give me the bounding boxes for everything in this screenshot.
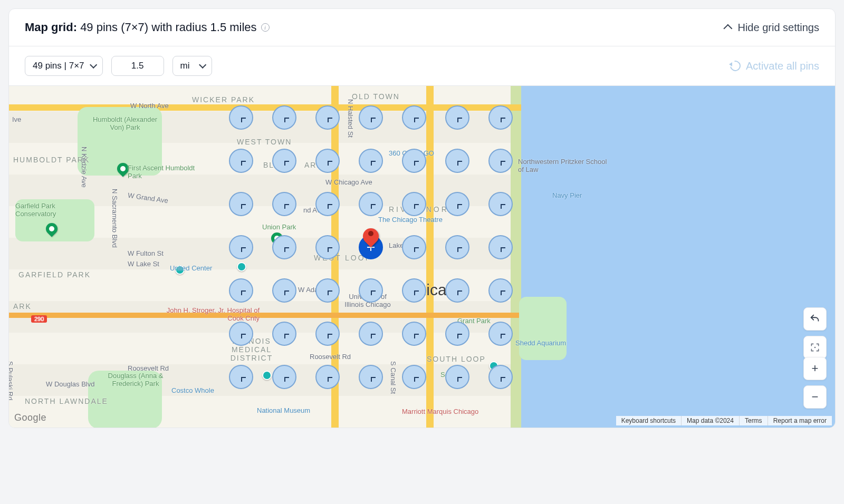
toggle-grid-settings-button[interactable]: Hide grid settings xyxy=(726,22,819,34)
chevron-down-icon xyxy=(199,61,207,69)
grid-pin[interactable] xyxy=(315,365,340,389)
minus-icon: − xyxy=(812,390,819,404)
map-undo-button[interactable] xyxy=(803,307,827,331)
grid-pin[interactable] xyxy=(272,235,296,259)
grid-pin[interactable] xyxy=(272,105,296,130)
center-marker[interactable] xyxy=(363,228,379,244)
grid-pin[interactable] xyxy=(229,278,253,303)
svg-point-0 xyxy=(814,347,816,348)
grid-pin[interactable] xyxy=(229,192,253,216)
grid-pin[interactable] xyxy=(359,192,383,216)
grid-pin[interactable] xyxy=(229,365,253,389)
map-data-label: Map data ©2024 xyxy=(681,416,739,425)
grid-pin[interactable] xyxy=(359,149,383,173)
grid-pin[interactable] xyxy=(315,235,340,259)
grid-pin[interactable] xyxy=(272,278,296,303)
grid-pin[interactable] xyxy=(402,149,426,173)
radius-input[interactable]: 1.5 xyxy=(111,56,164,76)
toggle-label: Hide grid settings xyxy=(737,22,819,34)
grid-pin[interactable] xyxy=(488,322,513,346)
grid-pin[interactable] xyxy=(272,322,296,346)
panel-title: Map grid: 49 pins (7×7) with radius 1.5 … xyxy=(25,21,270,34)
zoom-in-button[interactable]: + xyxy=(803,357,827,380)
grid-pin[interactable] xyxy=(315,149,340,173)
grid-pins-layer xyxy=(9,86,835,428)
settings-row: 49 pins | 7×7 1.5 mi Activate all pins xyxy=(9,46,835,86)
grid-pin[interactable] xyxy=(445,149,469,173)
grid-pin[interactable] xyxy=(402,365,426,389)
grid-pin[interactable] xyxy=(445,235,469,259)
grid-pin[interactable] xyxy=(488,235,513,259)
grid-pin[interactable] xyxy=(488,149,513,173)
map-recenter-button[interactable] xyxy=(803,336,827,359)
grid-pin[interactable] xyxy=(229,105,253,130)
grid-pin[interactable] xyxy=(359,105,383,130)
grid-pin[interactable] xyxy=(359,322,383,346)
plus-icon: + xyxy=(812,362,819,375)
grid-pin[interactable] xyxy=(315,322,340,346)
unit-select[interactable]: mi xyxy=(172,56,213,76)
undo-icon xyxy=(809,313,821,325)
grid-pin[interactable] xyxy=(229,149,253,173)
chevron-up-icon xyxy=(724,24,733,33)
grid-pin[interactable] xyxy=(402,278,426,303)
pins-select[interactable]: 49 pins | 7×7 xyxy=(25,56,103,76)
grid-pin[interactable] xyxy=(445,278,469,303)
info-icon[interactable]: i xyxy=(261,23,270,32)
undo-icon xyxy=(730,61,741,71)
grid-pin[interactable] xyxy=(359,278,383,303)
grid-pin[interactable] xyxy=(402,105,426,130)
grid-pin[interactable] xyxy=(315,192,340,216)
grid-pin[interactable] xyxy=(402,235,426,259)
radius-value: 1.5 xyxy=(131,61,144,71)
grid-pin[interactable] xyxy=(445,322,469,346)
report-error-link[interactable]: Report a map error xyxy=(768,416,832,425)
grid-pin[interactable] xyxy=(272,192,296,216)
grid-pin[interactable] xyxy=(402,192,426,216)
unit-value: mi xyxy=(180,61,190,71)
title-label: Map grid: xyxy=(25,21,77,34)
activate-label: Activate all pins xyxy=(746,60,819,72)
grid-pin[interactable] xyxy=(315,105,340,130)
terms-link[interactable]: Terms xyxy=(739,416,768,425)
grid-pin[interactable] xyxy=(445,105,469,130)
header-row: Map grid: 49 pins (7×7) with radius 1.5 … xyxy=(9,9,835,46)
grid-pin[interactable] xyxy=(488,278,513,303)
grid-pin[interactable] xyxy=(445,192,469,216)
grid-pin[interactable] xyxy=(445,365,469,389)
zoom-out-button[interactable]: − xyxy=(803,385,827,409)
chevron-down-icon xyxy=(90,61,97,69)
grid-pin[interactable] xyxy=(488,105,513,130)
grid-pin[interactable] xyxy=(315,278,340,303)
map-attribution: Keyboard shortcuts Map data ©2024 Terms … xyxy=(616,416,832,425)
grid-pin[interactable] xyxy=(229,322,253,346)
grid-pin[interactable] xyxy=(229,235,253,259)
pins-select-value: 49 pins | 7×7 xyxy=(33,61,84,71)
map-controls-upper xyxy=(803,307,827,359)
grid-pin[interactable] xyxy=(272,149,296,173)
keyboard-shortcuts-link[interactable]: Keyboard shortcuts xyxy=(616,416,681,425)
grid-pin[interactable] xyxy=(488,365,513,389)
grid-pin[interactable] xyxy=(402,322,426,346)
grid-pin[interactable] xyxy=(359,365,383,389)
title-detail: 49 pins (7×7) with radius 1.5 miles xyxy=(80,21,256,34)
grid-pin[interactable] xyxy=(488,192,513,216)
map-zoom-controls: + − xyxy=(803,357,827,409)
grid-pin[interactable] xyxy=(272,365,296,389)
activate-all-pins-button[interactable]: Activate all pins xyxy=(730,60,819,72)
recenter-icon xyxy=(810,342,820,353)
map[interactable]: WICKER PARK OLD TOWN WEST TOWN HUMBOLDT … xyxy=(9,86,835,428)
